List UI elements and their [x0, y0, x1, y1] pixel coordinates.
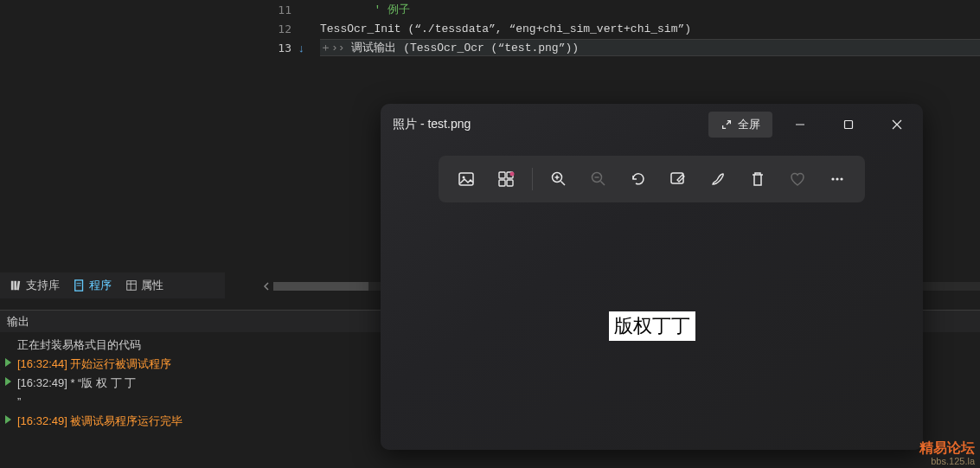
expand-icon[interactable]: ＋	[320, 42, 331, 54]
photos-titlebar[interactable]: 照片 - test.png 全屏	[381, 104, 923, 145]
svg-rect-1	[14, 281, 16, 291]
tab-properties[interactable]: 属性	[120, 276, 169, 295]
code-content: ＋›› 调试输出 (TessOcr_Ocr (“test.png”))	[320, 39, 980, 56]
tab-support-lib[interactable]: 支持库	[5, 276, 65, 295]
zoom-in-button[interactable]	[540, 163, 578, 196]
svg-rect-2	[16, 281, 20, 291]
svg-point-26	[831, 177, 834, 180]
edit-image-icon	[669, 170, 687, 188]
play-icon	[5, 358, 11, 367]
tab-program[interactable]: 程序	[68, 276, 117, 295]
scroll-left-icon[interactable]	[259, 279, 273, 293]
line-number: 12	[259, 22, 298, 35]
zoom-out-icon	[590, 170, 607, 188]
favorite-button[interactable]	[778, 163, 817, 196]
gutter-breakpoint[interactable]: ↓	[298, 42, 320, 54]
panel-tabs: 支持库 程序 属性	[0, 272, 225, 298]
svg-rect-16	[507, 180, 513, 186]
watermark: 精易论坛 bbs.125.la	[919, 440, 975, 466]
svg-rect-6	[127, 281, 137, 291]
step-icon: ››	[331, 42, 351, 54]
code-line-current[interactable]: 13 ↓ ＋›› 调试输出 (TessOcr_Ocr (“test.png”))	[259, 38, 980, 57]
photos-toolbar	[439, 156, 865, 202]
rotate-icon	[630, 170, 647, 188]
photos-canvas[interactable]: 版权丁丁	[381, 202, 923, 450]
window-title: 照片 - test.png	[393, 117, 701, 132]
svg-rect-15	[499, 180, 505, 186]
maximize-button[interactable]	[828, 107, 869, 142]
line-number: 11	[259, 3, 298, 16]
image-icon	[458, 170, 475, 188]
minimize-button[interactable]	[779, 107, 821, 142]
maximize-icon	[843, 119, 854, 130]
image-button[interactable]	[447, 163, 485, 196]
svg-rect-13	[499, 172, 505, 178]
svg-point-28	[840, 177, 842, 180]
svg-rect-25	[671, 173, 683, 183]
rotate-button[interactable]	[619, 163, 657, 196]
draw-icon	[709, 170, 727, 188]
heart-icon	[789, 170, 806, 188]
properties-icon	[125, 279, 138, 292]
svg-point-17	[510, 172, 515, 176]
side-panel	[0, 0, 259, 272]
edit-image-button[interactable]	[659, 163, 697, 196]
books-icon	[10, 279, 22, 292]
arrow-down-icon: ↓	[298, 42, 304, 54]
fullscreen-button[interactable]: 全屏	[708, 112, 772, 138]
zoom-in-icon	[550, 170, 567, 188]
photos-window[interactable]: 照片 - test.png 全屏	[381, 104, 923, 450]
line-number: 13	[259, 42, 298, 54]
close-icon	[892, 119, 902, 130]
trash-icon	[749, 170, 766, 188]
code-line[interactable]: 12 TessOcr_Init (“./tessdata”, “eng+chi_…	[259, 19, 980, 38]
displayed-image: 版权丁丁	[609, 311, 695, 341]
document-icon	[74, 279, 86, 292]
play-icon	[5, 377, 11, 386]
scroll-thumb[interactable]	[273, 282, 368, 291]
filmstrip-button[interactable]	[487, 163, 525, 196]
svg-rect-11	[459, 173, 473, 185]
toolbar-separator	[532, 168, 533, 190]
svg-rect-10	[845, 121, 853, 129]
more-button[interactable]	[818, 163, 856, 196]
delete-button[interactable]	[739, 163, 777, 196]
svg-rect-0	[11, 281, 14, 291]
close-button[interactable]	[876, 107, 918, 142]
svg-line-19	[561, 182, 566, 186]
draw-button[interactable]	[699, 163, 737, 196]
play-icon	[5, 415, 11, 424]
zoom-out-button[interactable]	[580, 163, 618, 196]
output-title: 输出	[7, 314, 29, 330]
svg-line-23	[601, 182, 605, 186]
minimize-icon	[795, 119, 805, 130]
filmstrip-icon	[497, 170, 515, 188]
code-content: TessOcr_Init (“./tessdata”, “eng+chi_sim…	[320, 22, 691, 35]
expand-icon	[721, 119, 733, 131]
svg-point-27	[836, 177, 838, 180]
code-line[interactable]: 11 ' 例子	[259, 0, 980, 19]
more-icon	[829, 170, 846, 188]
